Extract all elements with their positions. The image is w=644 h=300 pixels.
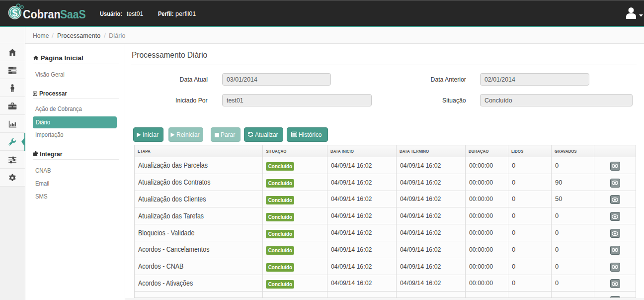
svg-text:$: $ <box>12 7 17 18</box>
